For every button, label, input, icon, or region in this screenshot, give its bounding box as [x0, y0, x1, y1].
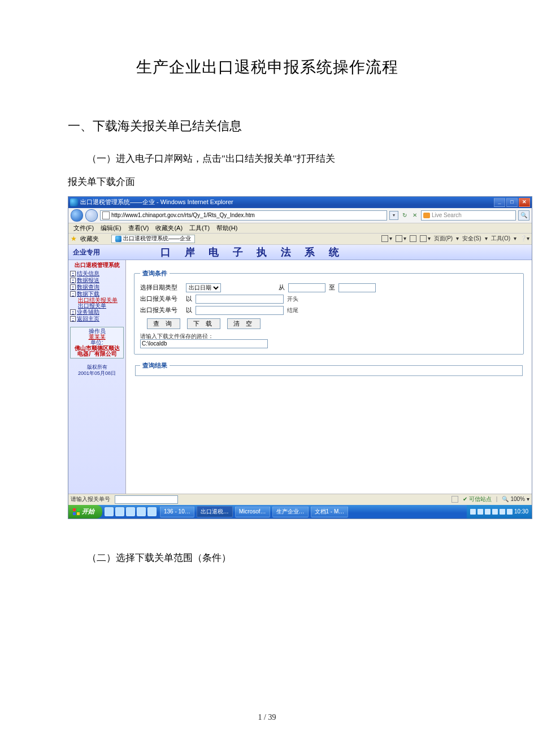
tab-title: 出口退税管理系统——企业 [123, 236, 191, 241]
copyright-line-1: 版权所有 [70, 364, 124, 371]
page-content: 企业专用 口 岸 电 子 执 法 系 统 出口退税管理系统 +结关信息 +数据报… [68, 245, 532, 494]
operator-block: 操作员 董某某 单位: 佛山市顺德区顺达电器厂有限公司 [70, 327, 124, 358]
feeds-icon[interactable]: ▾ [396, 235, 406, 242]
favorites-label[interactable]: 收藏夹 [80, 236, 99, 242]
download-button[interactable]: 下 载 [187, 318, 220, 329]
search-placeholder: Live Search [432, 213, 462, 218]
status-prompt-input[interactable] [115, 495, 178, 504]
sidebar-item-customs-info[interactable]: +结关信息 [70, 270, 124, 277]
safety-menu[interactable]: 安全(S) [462, 236, 481, 241]
taskbar-task[interactable]: 生产企业… [272, 506, 309, 517]
input-date-from[interactable] [288, 283, 325, 292]
taskbar-task[interactable]: Microsof… [235, 506, 270, 517]
clear-button[interactable]: 清 空 [227, 318, 261, 329]
row-no-end: 出口报关单号 以 结尾 [140, 306, 518, 315]
doc-title: 生产企业出口退税申报系统操作流程 [68, 57, 466, 78]
input-save-path[interactable] [140, 339, 268, 348]
menu-view[interactable]: 查看(V) [127, 224, 151, 232]
search-field[interactable]: Live Search [421, 210, 516, 221]
stop-button[interactable]: ✕ [411, 211, 419, 219]
minimize-button[interactable]: _ [494, 198, 505, 207]
taskbar-task[interactable]: 文档1 - M… [311, 506, 349, 517]
path-hint: 请输入下载文件保存的路径： [140, 334, 518, 339]
label-prefix-start: 以 [186, 296, 192, 302]
quick-launch-icon[interactable] [126, 507, 135, 516]
query-button[interactable]: 查 询 [147, 318, 180, 329]
quick-launch-icon[interactable] [147, 507, 157, 516]
help-icon[interactable]: ❔▾ [520, 236, 529, 241]
back-button[interactable] [71, 209, 83, 222]
result-fieldset: 查询结果 [135, 362, 523, 376]
zoom-icon: 🔍 [502, 496, 509, 502]
start-button[interactable]: 开始 [68, 505, 102, 519]
select-date-type[interactable]: 出口日期 [186, 283, 221, 292]
sidebar-item-data-download[interactable]: −数据下载 [70, 291, 124, 297]
url-field[interactable]: http://www1.chinaport.gov.cn/rts/Qy_1/Rt… [100, 210, 387, 221]
copyright-block: 版权所有 2001年05月08日 [70, 364, 124, 377]
refresh-button[interactable]: ↻ [401, 211, 409, 219]
menu-edit[interactable]: 编辑(E) [99, 224, 123, 232]
close-button[interactable]: ✕ [519, 198, 530, 207]
suffix-start: 开头 [287, 296, 304, 302]
search-button[interactable]: 🔍 [518, 210, 529, 221]
page-menu[interactable]: 页面(P) [434, 236, 453, 241]
input-no-end[interactable] [196, 306, 284, 315]
browser-tab[interactable]: 出口退税管理系统——企业 [111, 235, 195, 243]
zoom-dropdown-icon[interactable]: ▾ [527, 496, 529, 502]
quick-launch-icon[interactable] [105, 507, 114, 516]
sidebar-subitem-export-form[interactable]: 出口报关单 [70, 303, 124, 309]
tray-icon[interactable] [477, 509, 483, 515]
tray-icon[interactable] [507, 509, 513, 515]
sidebar-item-biz-support[interactable]: +业务辅助 [70, 309, 124, 316]
taskbar-task[interactable]: 136 - 10… [160, 506, 194, 517]
sidebar-item-data-query[interactable]: +数据查询 [70, 284, 124, 291]
row-no-start: 出口报关单号 以 开头 [140, 295, 518, 304]
input-date-to[interactable] [338, 283, 376, 292]
paragraph-2: （二）选择下载关单范围（条件） [68, 547, 466, 568]
mail-icon[interactable] [410, 235, 416, 242]
label-no-end: 出口报关单号 [140, 307, 183, 313]
taskbar-task[interactable]: 出口退税… [197, 506, 233, 517]
app-header-left: 企业专用 [68, 249, 127, 256]
tray-icon[interactable] [470, 509, 476, 515]
page-icon [102, 211, 110, 219]
trusted-sites-indicator[interactable]: ✔ 可信站点 [463, 496, 492, 502]
tray-icon[interactable] [500, 509, 505, 515]
tray-icon[interactable] [492, 509, 498, 515]
taskbar: 开始 136 - 10… 出口退税… Microsof… 生产企业… 文档1 -… [68, 505, 532, 519]
main-pane: 查询条件 选择日期类型 出口日期 从 至 [126, 260, 532, 494]
sidebar-title: 出口退税管理系统 [70, 262, 124, 268]
menu-tools[interactable]: 工具(T) [188, 224, 211, 232]
tray-icon[interactable] [485, 509, 490, 515]
quick-launch-icon[interactable] [115, 507, 124, 516]
tools-menu[interactable]: 工具(O) [491, 236, 510, 241]
status-separator-icon [451, 496, 458, 503]
zoom-control[interactable]: 🔍 100% ▾ [502, 496, 529, 502]
home-icon[interactable]: ▾ [381, 235, 392, 242]
forward-button[interactable] [85, 209, 98, 222]
app-banner-title: 口 岸 电 子 执 法 系 统 [127, 247, 532, 257]
favorites-bar: ★ 收藏夹 出口退税管理系统——企业 ▾ ▾ ▾ 页面(P)▾ 安全(S)▾ 工… [68, 234, 532, 245]
paragraph-1b: 报关单下载介面 [68, 171, 466, 192]
print-icon[interactable]: ▾ [420, 235, 431, 242]
favorites-star-icon[interactable]: ★ [71, 235, 77, 242]
sidebar-item-back-home[interactable]: −返回主页 [70, 316, 124, 322]
maximize-button[interactable]: □ [506, 198, 518, 207]
window-title: 出口退税管理系统——企业 - Windows Internet Explorer [80, 199, 233, 205]
menu-file[interactable]: 文件(F) [72, 224, 95, 232]
sidebar-item-data-send[interactable]: +数据报送 [70, 277, 124, 284]
result-legend: 查询结果 [140, 362, 170, 369]
paragraph-1a: （一）进入电子口岸网站，点击"出口结关报关单"打开结关 [68, 148, 466, 169]
quick-launch-icon[interactable] [137, 507, 146, 516]
quick-launch [102, 507, 159, 516]
page-number: 1 / 39 [0, 713, 534, 722]
clock: 10:30 [514, 509, 528, 515]
windows-logo-icon [73, 508, 80, 515]
screenshot-ie-window: 出口退税管理系统——企业 - Windows Internet Explorer… [68, 196, 532, 519]
input-no-start[interactable] [196, 295, 284, 304]
menu-favorites[interactable]: 收藏夹(A) [154, 224, 184, 232]
status-prompt-label: 请输入报关单号 [71, 496, 110, 502]
menu-help[interactable]: 帮助(H) [215, 224, 239, 232]
zoom-value: 100% [510, 496, 525, 502]
url-dropdown-icon[interactable]: ▾ [389, 211, 398, 220]
